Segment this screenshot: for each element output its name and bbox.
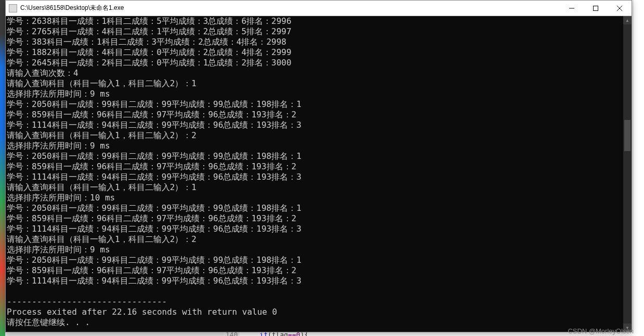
- svg-rect-1: [594, 6, 598, 10]
- scroll-up-button[interactable]: ▲: [623, 16, 632, 24]
- console-line: [7, 286, 622, 297]
- console-line: 学号：2638科目一成绩：1科目二成绩：5平均成绩：3总成绩：6排名：2996: [7, 16, 622, 26]
- console-line: --------------------------------: [7, 297, 622, 307]
- console-line: 请输入查询科目（科目一输入1，科目二输入2）：2: [7, 130, 622, 141]
- vertical-scrollbar[interactable]: ▲ ▼: [623, 16, 632, 332]
- window-controls: [560, 1, 632, 16]
- console-line: 选择排序法所用时间：9 ms: [7, 141, 622, 151]
- close-icon: [617, 6, 622, 11]
- console-line: 学号：1114科目一成绩：94科目二成绩：99平均成绩：96总成绩：193排名：…: [7, 224, 622, 234]
- console-line: Process exited after 22.16 seconds with …: [7, 307, 622, 317]
- console-line: 学号：859科目一成绩：96科目二成绩：97平均成绩：96总成绩：193排名：2: [7, 213, 622, 224]
- maximize-icon: [593, 6, 598, 11]
- console-line: 学号：859科目一成绩：96科目二成绩：97平均成绩：96总成绩：193排名：2: [7, 265, 622, 276]
- console-line: 学号：2050科目一成绩：99科目二成绩：99平均成绩：99总成绩：198排名：…: [7, 151, 622, 162]
- console-line: 学号：1114科目一成绩：94科目二成绩：99平均成绩：96总成绩：193排名：…: [7, 276, 622, 286]
- console-line: 学号：1882科目一成绩：4科目二成绩：0平均成绩：2总成绩：4排名：2999: [7, 47, 622, 58]
- console-line: 选择排序法所用时间：9 ms: [7, 245, 622, 255]
- scroll-thumb[interactable]: [624, 120, 630, 151]
- app-icon: [9, 4, 17, 12]
- console-line: 学号：383科目一成绩：1科目二成绩：3平均成绩：2总成绩：4排名：2998: [7, 37, 622, 47]
- background-right-strip: [634, 0, 644, 336]
- console-line: 请输入查询科目（科目一输入1，科目二输入2）：1: [7, 182, 622, 193]
- console-line: 学号：859科目一成绩：96科目二成绩：97平均成绩：96总成绩：193排名：2: [7, 110, 622, 120]
- console-line: 学号：2050科目一成绩：99科目二成绩：99平均成绩：99总成绩：198排名：…: [7, 255, 622, 265]
- console-line: 学号：2050科目一成绩：99科目二成绩：99平均成绩：99总成绩：198排名：…: [7, 203, 622, 213]
- console-output[interactable]: 学号：2638科目一成绩：1科目二成绩：5平均成绩：3总成绩：6排名：2996学…: [6, 16, 623, 332]
- minimize-button[interactable]: [560, 1, 584, 16]
- console-line: 请按任意键继续. . .: [7, 317, 622, 328]
- console-line: 学号：2645科目一成绩：2科目二成绩：0平均成绩：1总成绩：2排名：3000: [7, 58, 622, 68]
- console-line: 选择排序法所用时间：9 ms: [7, 89, 622, 99]
- maximize-button[interactable]: [584, 1, 608, 16]
- watermark-text: CSDN @MorleyOlsen: [568, 327, 634, 335]
- console-line: 选择排序法所用时间：10 ms: [7, 193, 622, 203]
- console-body: 学号：2638科目一成绩：1科目二成绩：5平均成绩：3总成绩：6排名：2996学…: [6, 16, 632, 332]
- window-title: C:\Users\86158\Desktop\未命名1.exe: [20, 4, 560, 12]
- console-line: 请输入查询科目（科目一输入1，科目二输入2）：1: [7, 78, 622, 89]
- console-window: C:\Users\86158\Desktop\未命名1.exe 学号：2638科…: [5, 0, 632, 332]
- console-line: 学号：1114科目一成绩：94科目二成绩：99平均成绩：96总成绩：193排名：…: [7, 172, 622, 182]
- console-line: 请输入查询科目（科目一输入1，科目二输入2）：2: [7, 234, 622, 245]
- close-button[interactable]: [608, 1, 632, 16]
- titlebar[interactable]: C:\Users\86158\Desktop\未命名1.exe: [6, 1, 632, 16]
- console-line: 学号：2050科目一成绩：99科目二成绩：99平均成绩：99总成绩：198排名：…: [7, 99, 622, 110]
- console-line: 请输入查询次数：4: [7, 68, 622, 78]
- console-line: 学号：1114科目一成绩：94科目二成绩：99平均成绩：96总成绩：193排名：…: [7, 120, 622, 130]
- console-line: 学号：2765科目一成绩：4科目二成绩：1平均成绩：2总成绩：5排名：2997: [7, 26, 622, 37]
- background-left-strip: [0, 0, 5, 336]
- minimize-icon: [569, 6, 574, 11]
- console-line: 学号：859科目一成绩：96科目二成绩：97平均成绩：96总成绩：193排名：2: [7, 162, 622, 172]
